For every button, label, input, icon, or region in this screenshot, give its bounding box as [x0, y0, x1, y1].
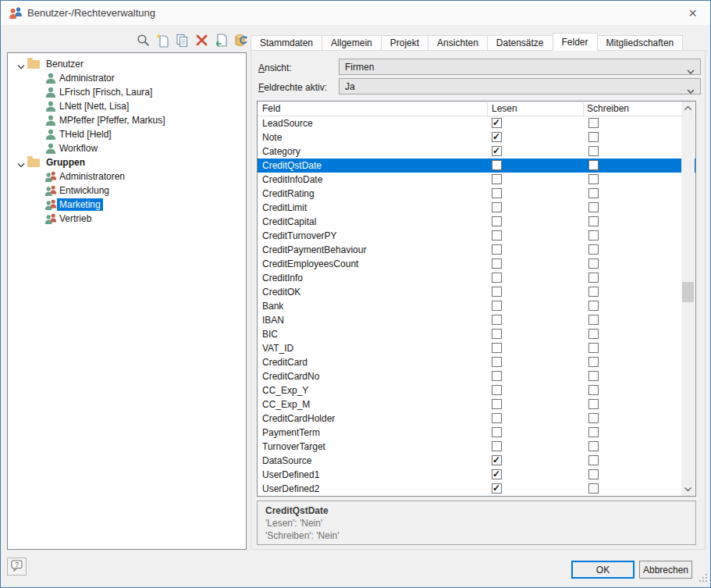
tab-mitgliedschaften[interactable]: Mitgliedschaften: [597, 35, 684, 51]
lesen-checkbox[interactable]: [492, 329, 502, 339]
lesen-checkbox[interactable]: [492, 357, 502, 367]
table-row[interactable]: IBAN: [258, 313, 695, 327]
schreiben-checkbox[interactable]: [588, 174, 599, 184]
schreiben-checkbox[interactable]: [588, 287, 599, 297]
copy-button[interactable]: [172, 31, 191, 51]
tree-item-benutzer[interactable]: Benutzer: [8, 57, 246, 71]
column-header-feld[interactable]: Feld: [262, 103, 280, 114]
feldrechte-dropdown[interactable]: Ja: [339, 78, 701, 94]
refresh-data-button[interactable]: [231, 31, 250, 51]
table-row[interactable]: UserDefined2: [258, 482, 695, 496]
tree-item-lnett-nett-lisa[interactable]: LNett [Nett, Lisa]: [8, 99, 246, 113]
tab-allgemein[interactable]: Allgemein: [322, 35, 382, 51]
schreiben-checkbox[interactable]: [588, 230, 599, 241]
ansicht-dropdown[interactable]: Firmen: [339, 59, 701, 75]
schreiben-checkbox[interactable]: [588, 146, 599, 156]
lesen-checkbox[interactable]: [492, 287, 502, 297]
help-button[interactable]: ?: [7, 558, 27, 576]
lesen-checkbox[interactable]: [492, 216, 502, 226]
table-row[interactable]: CreditPaymentBehaviour: [258, 243, 695, 257]
tree-item-marketing[interactable]: Marketing: [8, 198, 246, 212]
schreiben-checkbox[interactable]: [588, 357, 599, 367]
schreiben-checkbox[interactable]: [588, 427, 599, 437]
chevron-down-icon[interactable]: [17, 61, 25, 72]
table-row[interactable]: VAT_ID: [258, 341, 695, 355]
tab-ansichten[interactable]: Ansichten: [428, 35, 488, 51]
table-row[interactable]: LeadSource: [258, 116, 695, 130]
table-row[interactable]: CreditInfo: [258, 271, 695, 285]
table-row[interactable]: CC_Exp_M: [258, 397, 695, 412]
table-row[interactable]: Note: [258, 130, 695, 144]
tab-felder[interactable]: Felder: [553, 33, 598, 51]
schreiben-checkbox[interactable]: [588, 399, 599, 409]
close-icon[interactable]: ✕: [675, 1, 710, 25]
table-row[interactable]: BIC: [258, 327, 695, 341]
tree-item-entwicklung[interactable]: Entwicklung: [8, 184, 246, 198]
new-entry-button[interactable]: [153, 31, 172, 51]
tab-stammdaten[interactable]: Stammdaten: [251, 35, 322, 51]
lesen-checkbox[interactable]: [492, 160, 502, 170]
tree-item-theld-held[interactable]: THeld [Held]: [8, 127, 246, 141]
table-row[interactable]: CreditEmployeesCount: [258, 257, 695, 271]
scroll-down-icon[interactable]: [681, 483, 695, 496]
column-header-lesen[interactable]: Lesen: [492, 103, 517, 114]
resize-grip[interactable]: [699, 574, 708, 585]
lesen-checkbox[interactable]: [492, 427, 502, 437]
table-row[interactable]: CC_Exp_Y: [258, 383, 695, 397]
schreiben-checkbox[interactable]: [588, 441, 599, 451]
lesen-checkbox[interactable]: [492, 301, 502, 311]
table-row[interactable]: CreditTurnoverPY: [258, 229, 695, 243]
scrollbar-thumb[interactable]: [682, 282, 694, 302]
schreiben-checkbox[interactable]: [588, 216, 599, 226]
lesen-checkbox[interactable]: [492, 146, 502, 156]
lesen-checkbox[interactable]: [492, 399, 502, 409]
lesen-checkbox[interactable]: [492, 174, 502, 184]
lesen-checkbox[interactable]: [492, 469, 502, 479]
table-row[interactable]: CreditCard: [258, 355, 695, 369]
schreiben-checkbox[interactable]: [588, 301, 599, 311]
schreiben-checkbox[interactable]: [588, 202, 599, 212]
tree-item-vertrieb[interactable]: Vertrieb: [8, 212, 246, 226]
table-row[interactable]: CreditCapital: [258, 215, 695, 229]
lesen-checkbox[interactable]: [492, 343, 502, 353]
ok-button[interactable]: OK: [571, 561, 635, 579]
schreiben-checkbox[interactable]: [588, 244, 599, 255]
schreiben-checkbox[interactable]: [588, 483, 599, 494]
lesen-checkbox[interactable]: [492, 230, 502, 241]
lesen-checkbox[interactable]: [492, 371, 502, 381]
lesen-checkbox[interactable]: [492, 244, 502, 255]
tab-projekt[interactable]: Projekt: [381, 35, 428, 51]
lesen-checkbox[interactable]: [492, 385, 502, 395]
delete-button[interactable]: [192, 31, 211, 51]
table-row[interactable]: CreditQstDate: [258, 159, 695, 173]
tree-item-mpfeffer-pfeffer-markus[interactable]: MPfeffer [Pfeffer, Markus]: [8, 113, 246, 127]
table-row[interactable]: CreditCardNo: [258, 369, 695, 383]
table-row[interactable]: PaymentTerm: [258, 426, 695, 440]
table-scrollbar[interactable]: [681, 102, 695, 496]
table-row[interactable]: CreditCardHolder: [258, 412, 695, 426]
table-row[interactable]: CreditInfoDate: [258, 173, 695, 187]
schreiben-checkbox[interactable]: [588, 455, 599, 465]
schreiben-checkbox[interactable]: [588, 160, 599, 170]
table-row[interactable]: CreditOK: [258, 285, 695, 299]
lesen-checkbox[interactable]: [492, 273, 502, 283]
tree-item-administratoren[interactable]: Administratoren: [8, 169, 246, 184]
table-row[interactable]: Category: [258, 144, 695, 159]
scroll-up-icon[interactable]: [681, 102, 695, 115]
chevron-down-icon[interactable]: [17, 159, 25, 170]
schreiben-checkbox[interactable]: [588, 343, 599, 353]
tree-item-administrator[interactable]: Administrator: [8, 71, 246, 85]
lesen-checkbox[interactable]: [492, 118, 502, 128]
table-row[interactable]: TurnoverTarget: [258, 440, 695, 454]
table-row[interactable]: CreditLimit: [258, 201, 695, 215]
lesen-checkbox[interactable]: [492, 202, 502, 212]
schreiben-checkbox[interactable]: [588, 329, 599, 339]
lesen-checkbox[interactable]: [492, 315, 502, 325]
table-row[interactable]: CreditRating: [258, 187, 695, 201]
schreiben-checkbox[interactable]: [588, 371, 599, 381]
assign-button[interactable]: [212, 31, 230, 51]
lesen-checkbox[interactable]: [492, 188, 502, 198]
lesen-checkbox[interactable]: [492, 455, 502, 465]
lesen-checkbox[interactable]: [492, 483, 502, 494]
cancel-button[interactable]: Abbrechen: [639, 561, 692, 579]
